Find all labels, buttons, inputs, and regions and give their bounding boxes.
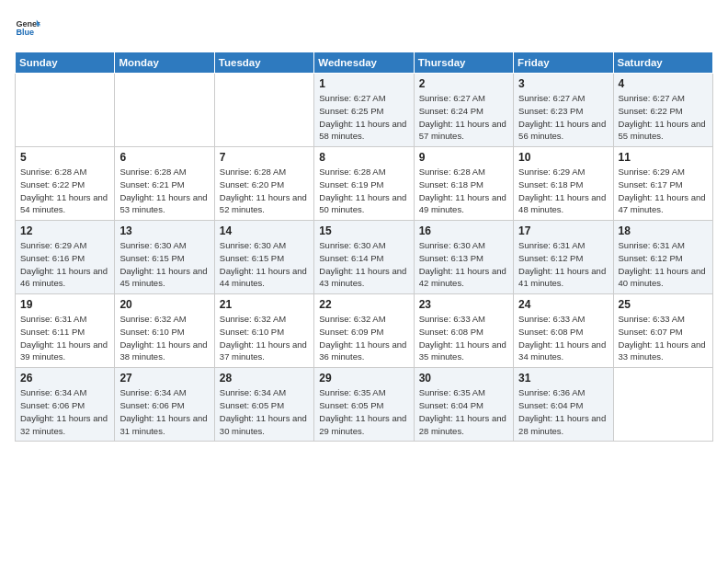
weekday-header-monday: Monday bbox=[115, 52, 214, 74]
day-info: Sunrise: 6:31 AMSunset: 6:12 PMDaylight:… bbox=[619, 239, 708, 290]
day-info: Sunrise: 6:34 AMSunset: 6:06 PMDaylight:… bbox=[20, 386, 109, 437]
weekday-header-friday: Friday bbox=[514, 52, 613, 74]
calendar-cell: 2Sunrise: 6:27 AMSunset: 6:24 PMDaylight… bbox=[414, 74, 513, 147]
calendar-cell: 1Sunrise: 6:27 AMSunset: 6:25 PMDaylight… bbox=[314, 74, 414, 147]
weekday-header-tuesday: Tuesday bbox=[214, 52, 313, 74]
calendar-cell: 20Sunrise: 6:32 AMSunset: 6:10 PMDayligh… bbox=[115, 294, 214, 368]
day-info: Sunrise: 6:28 AMSunset: 6:21 PMDaylight:… bbox=[119, 166, 209, 216]
weekday-header-saturday: Saturday bbox=[613, 52, 712, 74]
day-number: 20 bbox=[119, 298, 209, 311]
calendar-cell: 8Sunrise: 6:28 AMSunset: 6:19 PMDaylight… bbox=[314, 147, 414, 221]
calendar-cell: 12Sunrise: 6:29 AMSunset: 6:16 PMDayligh… bbox=[16, 221, 115, 294]
calendar-cell: 3Sunrise: 6:27 AMSunset: 6:23 PMDaylight… bbox=[514, 74, 613, 147]
calendar-cell: 22Sunrise: 6:32 AMSunset: 6:09 PMDayligh… bbox=[314, 294, 414, 368]
calendar-cell: 10Sunrise: 6:29 AMSunset: 6:18 PMDayligh… bbox=[514, 147, 613, 221]
day-info: Sunrise: 6:30 AMSunset: 6:14 PMDaylight:… bbox=[319, 239, 408, 290]
calendar-cell: 9Sunrise: 6:28 AMSunset: 6:18 PMDaylight… bbox=[414, 147, 513, 221]
calendar-cell bbox=[613, 368, 712, 442]
day-info: Sunrise: 6:27 AMSunset: 6:22 PMDaylight:… bbox=[619, 92, 708, 143]
day-number: 19 bbox=[20, 298, 109, 311]
calendar-cell: 23Sunrise: 6:33 AMSunset: 6:08 PMDayligh… bbox=[414, 294, 513, 368]
calendar-cell: 21Sunrise: 6:32 AMSunset: 6:10 PMDayligh… bbox=[214, 294, 313, 368]
day-info: Sunrise: 6:27 AMSunset: 6:23 PMDaylight:… bbox=[518, 92, 608, 143]
day-number: 7 bbox=[220, 151, 309, 164]
day-number: 15 bbox=[319, 224, 408, 237]
day-info: Sunrise: 6:30 AMSunset: 6:15 PMDaylight:… bbox=[119, 239, 209, 290]
calendar-cell: 31Sunrise: 6:36 AMSunset: 6:04 PMDayligh… bbox=[514, 368, 613, 442]
svg-text:Blue: Blue bbox=[16, 28, 34, 37]
day-number: 22 bbox=[319, 298, 408, 311]
calendar-cell: 19Sunrise: 6:31 AMSunset: 6:11 PMDayligh… bbox=[16, 294, 115, 368]
day-number: 10 bbox=[518, 151, 608, 164]
day-number: 24 bbox=[518, 298, 608, 311]
logo: General Blue bbox=[15, 15, 40, 40]
day-info: Sunrise: 6:35 AMSunset: 6:04 PMDaylight:… bbox=[419, 386, 508, 437]
calendar-cell: 16Sunrise: 6:30 AMSunset: 6:13 PMDayligh… bbox=[414, 221, 513, 294]
day-number: 8 bbox=[319, 151, 408, 164]
day-number: 12 bbox=[20, 224, 109, 237]
day-info: Sunrise: 6:32 AMSunset: 6:10 PMDaylight:… bbox=[220, 313, 309, 363]
calendar-cell: 30Sunrise: 6:35 AMSunset: 6:04 PMDayligh… bbox=[414, 368, 513, 442]
day-number: 23 bbox=[419, 298, 508, 311]
calendar-cell: 7Sunrise: 6:28 AMSunset: 6:20 PMDaylight… bbox=[214, 147, 313, 221]
day-info: Sunrise: 6:29 AMSunset: 6:18 PMDaylight:… bbox=[518, 166, 608, 216]
day-info: Sunrise: 6:27 AMSunset: 6:24 PMDaylight:… bbox=[419, 92, 508, 143]
day-info: Sunrise: 6:35 AMSunset: 6:05 PMDaylight:… bbox=[319, 386, 408, 437]
day-number: 17 bbox=[518, 224, 608, 237]
calendar-cell: 27Sunrise: 6:34 AMSunset: 6:06 PMDayligh… bbox=[115, 368, 214, 442]
day-number: 29 bbox=[319, 372, 408, 385]
day-number: 9 bbox=[419, 151, 508, 164]
calendar-cell: 6Sunrise: 6:28 AMSunset: 6:21 PMDaylight… bbox=[115, 147, 214, 221]
day-info: Sunrise: 6:32 AMSunset: 6:09 PMDaylight:… bbox=[319, 313, 408, 363]
logo-icon: General Blue bbox=[15, 15, 40, 40]
day-number: 21 bbox=[220, 298, 309, 311]
calendar-cell: 11Sunrise: 6:29 AMSunset: 6:17 PMDayligh… bbox=[613, 147, 712, 221]
day-info: Sunrise: 6:33 AMSunset: 6:08 PMDaylight:… bbox=[419, 313, 508, 363]
day-number: 4 bbox=[619, 77, 708, 90]
day-info: Sunrise: 6:28 AMSunset: 6:18 PMDaylight:… bbox=[419, 166, 508, 216]
day-info: Sunrise: 6:34 AMSunset: 6:05 PMDaylight:… bbox=[220, 386, 309, 437]
day-info: Sunrise: 6:32 AMSunset: 6:10 PMDaylight:… bbox=[119, 313, 209, 363]
day-info: Sunrise: 6:29 AMSunset: 6:16 PMDaylight:… bbox=[20, 239, 109, 290]
day-info: Sunrise: 6:30 AMSunset: 6:15 PMDaylight:… bbox=[220, 239, 309, 290]
calendar-cell: 24Sunrise: 6:33 AMSunset: 6:08 PMDayligh… bbox=[514, 294, 613, 368]
calendar-cell: 25Sunrise: 6:33 AMSunset: 6:07 PMDayligh… bbox=[613, 294, 712, 368]
day-info: Sunrise: 6:34 AMSunset: 6:06 PMDaylight:… bbox=[119, 386, 209, 437]
day-info: Sunrise: 6:29 AMSunset: 6:17 PMDaylight:… bbox=[619, 166, 708, 216]
calendar-cell: 29Sunrise: 6:35 AMSunset: 6:05 PMDayligh… bbox=[314, 368, 414, 442]
calendar-cell bbox=[115, 74, 214, 147]
day-info: Sunrise: 6:28 AMSunset: 6:22 PMDaylight:… bbox=[20, 166, 109, 216]
day-number: 28 bbox=[220, 372, 309, 385]
day-number: 3 bbox=[518, 77, 608, 90]
day-info: Sunrise: 6:36 AMSunset: 6:04 PMDaylight:… bbox=[518, 386, 608, 437]
day-number: 14 bbox=[220, 224, 309, 237]
day-number: 13 bbox=[119, 224, 209, 237]
calendar-cell: 26Sunrise: 6:34 AMSunset: 6:06 PMDayligh… bbox=[16, 368, 115, 442]
day-number: 1 bbox=[319, 77, 408, 90]
calendar-cell bbox=[214, 74, 313, 147]
day-info: Sunrise: 6:30 AMSunset: 6:13 PMDaylight:… bbox=[419, 239, 508, 290]
day-info: Sunrise: 6:28 AMSunset: 6:19 PMDaylight:… bbox=[319, 166, 408, 216]
day-number: 16 bbox=[419, 224, 508, 237]
calendar-cell: 5Sunrise: 6:28 AMSunset: 6:22 PMDaylight… bbox=[16, 147, 115, 221]
day-number: 26 bbox=[20, 372, 109, 385]
page-header: General Blue bbox=[15, 15, 713, 40]
weekday-header-thursday: Thursday bbox=[414, 52, 513, 74]
day-number: 25 bbox=[619, 298, 708, 311]
day-number: 6 bbox=[119, 151, 209, 164]
calendar-cell: 17Sunrise: 6:31 AMSunset: 6:12 PMDayligh… bbox=[514, 221, 613, 294]
day-number: 31 bbox=[518, 372, 608, 385]
day-number: 11 bbox=[619, 151, 708, 164]
calendar-cell: 28Sunrise: 6:34 AMSunset: 6:05 PMDayligh… bbox=[214, 368, 313, 442]
day-info: Sunrise: 6:27 AMSunset: 6:25 PMDaylight:… bbox=[319, 92, 408, 143]
calendar-cell bbox=[16, 74, 115, 147]
calendar-cell: 14Sunrise: 6:30 AMSunset: 6:15 PMDayligh… bbox=[214, 221, 313, 294]
calendar-cell: 18Sunrise: 6:31 AMSunset: 6:12 PMDayligh… bbox=[613, 221, 712, 294]
day-info: Sunrise: 6:33 AMSunset: 6:08 PMDaylight:… bbox=[518, 313, 608, 363]
day-number: 27 bbox=[119, 372, 209, 385]
day-number: 2 bbox=[419, 77, 508, 90]
weekday-header-sunday: Sunday bbox=[16, 52, 115, 74]
weekday-header-wednesday: Wednesday bbox=[314, 52, 414, 74]
day-info: Sunrise: 6:33 AMSunset: 6:07 PMDaylight:… bbox=[619, 313, 708, 363]
day-number: 30 bbox=[419, 372, 508, 385]
